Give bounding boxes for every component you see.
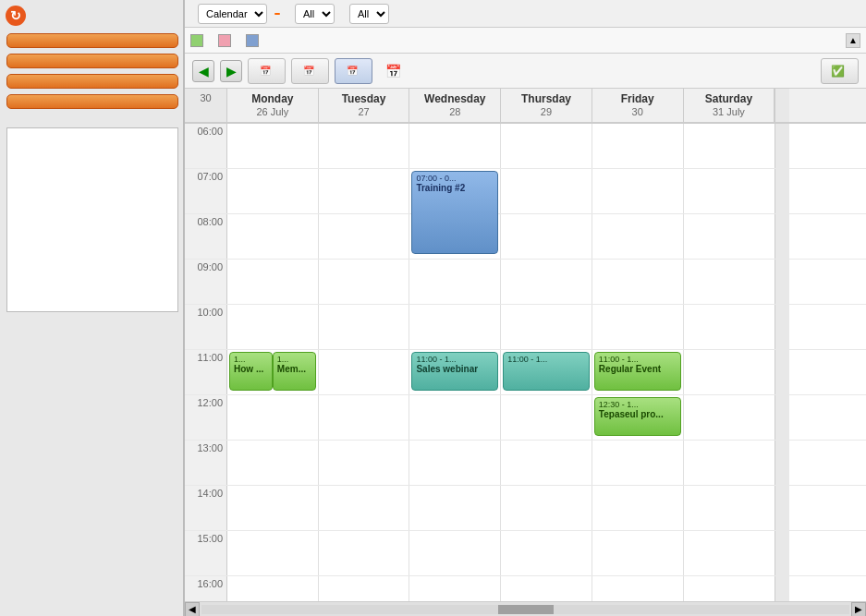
settings-button[interactable]	[6, 94, 178, 109]
time-cell-row6-col3[interactable]	[409, 395, 501, 440]
time-cell-row6-col1[interactable]	[227, 395, 319, 440]
event-mem[interactable]: 1...Mem...	[273, 352, 316, 391]
time-cell-row10-col4[interactable]	[501, 576, 592, 601]
time-cell-row0-col3[interactable]	[409, 124, 501, 168]
time-cell-row10-col1[interactable]	[227, 576, 319, 601]
open-events-box	[6, 127, 178, 312]
week-view-button[interactable]: 📅	[291, 58, 329, 84]
time-cell-row9-col5[interactable]	[592, 531, 684, 575]
time-cell-row0-col1[interactable]	[227, 124, 319, 168]
time-cell-row10-col3[interactable]	[409, 576, 501, 601]
time-cell-row9-col4[interactable]	[501, 531, 592, 575]
time-cell-row1-col5[interactable]	[592, 169, 684, 213]
time-cell-row4-col6[interactable]	[684, 305, 775, 349]
time-cell-row4-col2[interactable]	[319, 305, 410, 349]
header-thursday: Thursday29	[501, 89, 592, 122]
time-cell-row7-col2[interactable]	[319, 441, 410, 485]
time-cell-row0-col6[interactable]	[684, 124, 775, 168]
time-cell-row2-col3[interactable]	[409, 214, 501, 259]
time-cell-row8-col2[interactable]	[319, 486, 410, 530]
month-view-button[interactable]: 📅	[335, 58, 372, 84]
time-cell-row10-col5[interactable]	[592, 576, 684, 601]
time-cell-row2-col5[interactable]	[592, 214, 684, 259]
time-cell-row8-col5[interactable]	[592, 486, 684, 530]
room-select[interactable]: All	[349, 4, 389, 24]
time-cell-row0-col2[interactable]	[319, 124, 410, 168]
time-cell-row6-col2[interactable]	[319, 395, 410, 440]
time-cell-row8-col3[interactable]	[409, 486, 501, 530]
event-tepaseul[interactable]: 12:30 - 1...Tepaseul pro...	[594, 397, 681, 436]
time-cell-row7-col6[interactable]	[684, 441, 775, 485]
today-button[interactable]: ✅	[821, 58, 859, 84]
time-cell-row6-col5[interactable]: 12:30 - 1...Tepaseul pro...	[592, 395, 684, 440]
time-cell-row5-col2[interactable]	[319, 350, 410, 394]
time-label-10:00: 10:00	[185, 305, 227, 349]
time-cell-row1-col4[interactable]	[501, 169, 592, 213]
scroll-thumb[interactable]	[498, 605, 554, 614]
sidebar: ↻	[0, 0, 185, 616]
time-cell-row3-col3[interactable]	[409, 260, 501, 304]
time-cell-row8-col1[interactable]	[227, 486, 319, 530]
prev-arrow[interactable]: ◀	[192, 60, 214, 82]
day-view-button[interactable]: 📅	[248, 58, 286, 84]
time-cell-row2-col1[interactable]	[227, 214, 319, 259]
time-cell-row9-col1[interactable]	[227, 531, 319, 575]
time-cell-row1-col3[interactable]: 07:00 - 0...Training #2	[409, 169, 501, 213]
time-cell-row3-col5[interactable]	[592, 260, 684, 304]
time-cell-row6-col6[interactable]	[684, 395, 775, 440]
time-cell-row1-col2[interactable]	[319, 169, 410, 213]
time-cell-row5-col3[interactable]: 11:00 - 1...Sales webinar	[409, 350, 501, 394]
view-events-button[interactable]	[6, 54, 178, 68]
time-cell-row9-col6[interactable]	[684, 531, 775, 575]
time-cell-row0-col5[interactable]	[592, 124, 684, 168]
back-to-menu-link[interactable]: ↻	[6, 6, 30, 26]
view-select[interactable]: Calendar	[198, 4, 267, 24]
category-select[interactable]: All	[295, 4, 335, 24]
event-sales-webinar[interactable]: 11:00 - 1...Sales webinar	[411, 352, 498, 391]
scroll-right-button[interactable]: ▶	[851, 602, 866, 617]
time-cell-row9-col2[interactable]	[319, 531, 410, 575]
time-cell-row4-col4[interactable]	[501, 305, 592, 349]
time-cell-row5-col5[interactable]: 11:00 - 1...Regular Event	[592, 350, 684, 394]
header-spacer: 30	[185, 89, 227, 122]
time-cell-row4-col1[interactable]	[227, 305, 319, 349]
time-cell-row2-col4[interactable]	[501, 214, 592, 259]
time-cell-row7-col3[interactable]	[409, 441, 501, 485]
time-cell-row5-col4[interactable]: 11:00 - 1...	[501, 350, 592, 394]
time-cell-row7-col5[interactable]	[592, 441, 684, 485]
create-event-button[interactable]	[6, 33, 178, 48]
time-grid[interactable]: 06:0007:0007:00 - 0...Training #208:0009…	[185, 124, 866, 601]
time-cell-row2-col6[interactable]	[684, 214, 775, 259]
time-cell-row10-col2[interactable]	[319, 576, 410, 601]
legend-scroll-up[interactable]: ▲	[846, 33, 860, 48]
time-cell-row2-col2[interactable]	[319, 214, 410, 259]
event-event-thu[interactable]: 11:00 - 1...	[503, 352, 590, 391]
event-regular-event[interactable]: 11:00 - 1...Regular Event	[594, 352, 681, 391]
time-cell-row3-col4[interactable]	[501, 260, 592, 304]
time-cell-row1-col1[interactable]	[227, 169, 319, 213]
time-cell-row7-col4[interactable]	[501, 441, 592, 485]
time-cell-row3-col6[interactable]	[684, 260, 775, 304]
legend-expired	[218, 34, 235, 47]
time-label-07:00: 07:00	[185, 169, 227, 213]
time-cell-row10-col6[interactable]	[684, 576, 775, 601]
time-cell-row6-col4[interactable]	[501, 395, 592, 440]
time-cell-row9-col3[interactable]	[409, 531, 501, 575]
time-cell-row8-col4[interactable]	[501, 486, 592, 530]
time-cell-row3-col1[interactable]	[227, 260, 319, 304]
row-scroll-spacer	[775, 441, 789, 485]
time-cell-row0-col4[interactable]	[501, 124, 592, 168]
time-cell-row8-col6[interactable]	[684, 486, 775, 530]
time-cell-row7-col1[interactable]	[227, 441, 319, 485]
time-cell-row4-col5[interactable]	[592, 305, 684, 349]
time-cell-row4-col3[interactable]	[409, 305, 501, 349]
header-wednesday: Wednesday28	[409, 89, 501, 122]
time-cell-row5-col6[interactable]	[684, 350, 775, 394]
search-attendee-button[interactable]	[6, 74, 178, 89]
next-arrow[interactable]: ▶	[220, 60, 242, 82]
time-cell-row5-col1[interactable]: 1...How ...1...Mem...	[227, 350, 319, 394]
scroll-left-button[interactable]: ◀	[185, 602, 200, 617]
time-cell-row1-col6[interactable]	[684, 169, 775, 213]
event-how[interactable]: 1...How ...	[229, 352, 273, 391]
time-cell-row3-col2[interactable]	[319, 260, 410, 304]
